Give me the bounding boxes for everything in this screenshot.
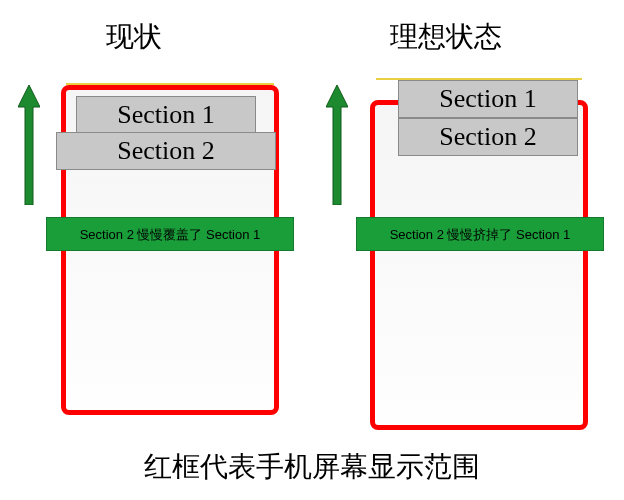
title-ideal-state: 理想状态 <box>390 18 502 56</box>
section-1-ideal: Section 1 <box>398 80 578 118</box>
diagram-caption: 红框代表手机屏幕显示范围 <box>0 448 624 486</box>
up-arrow-icon <box>18 85 40 205</box>
section-2-ideal: Section 2 <box>398 118 578 156</box>
section-2-current: Section 2 <box>56 132 276 170</box>
banner-push-description: Section 2 慢慢挤掉了 Section 1 <box>356 217 604 251</box>
svg-marker-1 <box>326 85 348 205</box>
section-1-current: Section 1 <box>76 96 256 134</box>
up-arrow-icon <box>326 85 348 205</box>
banner-cover-description: Section 2 慢慢覆盖了 Section 1 <box>46 217 294 251</box>
svg-marker-0 <box>18 85 40 205</box>
title-current-state: 现状 <box>106 18 162 56</box>
